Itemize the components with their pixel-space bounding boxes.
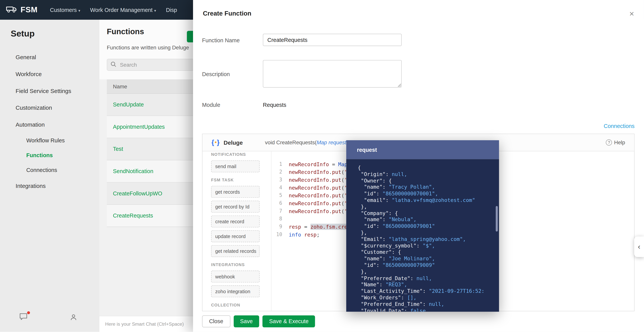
table-header: Name xyxy=(107,79,193,94)
tooltip-json: { "Origin": null, "Owner": { "name": "Tr… xyxy=(346,159,499,312)
function-link-test[interactable]: Test xyxy=(113,146,123,152)
line-number: 1 xyxy=(272,160,282,168)
json-line: "name": "Tracy Pollan", xyxy=(358,184,499,191)
palette-heading-notifications: NOTIFICATIONS xyxy=(211,152,271,157)
function-link-createrequests[interactable]: CreateRequests xyxy=(113,213,153,219)
connections-link[interactable]: Connections xyxy=(604,123,634,129)
nav-item-customers[interactable]: Customers▾ xyxy=(50,7,80,13)
json-line: }, xyxy=(358,268,499,275)
line-number: 5 xyxy=(272,192,282,200)
line-number: 6 xyxy=(272,200,282,207)
sidebar-item-general[interactable]: General xyxy=(0,49,100,66)
functions-title: Functions xyxy=(107,27,144,36)
line-number: 9 xyxy=(272,223,282,231)
json-line: "Preferred_Date": null, xyxy=(358,275,499,281)
chevron-left-icon: ‹ xyxy=(638,242,640,251)
save-button[interactable]: Save xyxy=(234,315,259,327)
brand-name: FSM xyxy=(20,5,38,15)
json-line: "id": "865000000079001" xyxy=(358,223,499,229)
palette-item-zoho-integration[interactable]: zoho integration xyxy=(211,285,260,297)
setup-title: Setup xyxy=(11,29,100,39)
json-line: "Work_Orders": [], xyxy=(358,294,499,301)
palette-item-create-record[interactable]: create record xyxy=(211,216,260,228)
smart-chat-icon[interactable] xyxy=(19,312,28,322)
palette-item-get-record-by-id[interactable]: get record by Id xyxy=(211,201,260,213)
close-icon[interactable]: × xyxy=(630,10,634,18)
sidebar-item-workforce[interactable]: Workforce xyxy=(0,65,100,82)
save-execute-button[interactable]: Save & Execute xyxy=(262,315,315,327)
table-row[interactable]: SendNotification xyxy=(107,160,193,183)
json-line: "Preferred_End_Time": null, xyxy=(358,301,499,307)
function-name-label: Function Name xyxy=(202,38,240,44)
json-line: { xyxy=(358,164,499,171)
palette-item-get-related-records[interactable]: get related records xyxy=(211,245,260,257)
tooltip-scrollbar[interactable] xyxy=(496,206,498,232)
tooltip-header[interactable]: request xyxy=(346,140,499,159)
table-row[interactable]: Test xyxy=(107,138,193,160)
function-link-createfollowupwo[interactable]: CreateFollowUpWO xyxy=(113,190,162,197)
chevron-down-icon: ▾ xyxy=(78,9,80,13)
app: FSM Customers▾Work Order Management▾Disp… xyxy=(0,0,644,332)
deluge-brand: Deluge xyxy=(224,139,243,146)
sidebar-item-connections[interactable]: Connections xyxy=(0,162,100,177)
help-link[interactable]: ? Help xyxy=(606,139,625,146)
question-icon: ? xyxy=(606,139,612,146)
table-row[interactable]: CreateRequests xyxy=(107,205,193,227)
sidebar-item-integrations[interactable]: Integrations xyxy=(0,177,100,194)
table-row[interactable]: CreateFollowUpWO xyxy=(107,183,193,205)
json-line: "id": "865000000070001", xyxy=(358,190,499,197)
table-row[interactable]: AppointmentUpdates xyxy=(107,116,193,138)
modal-title: Create Function xyxy=(203,10,252,17)
description-label: Description xyxy=(202,71,230,77)
palette-heading-fsm-task: FSM TASK xyxy=(211,178,271,182)
function-link-sendupdate[interactable]: SendUpdate xyxy=(113,102,144,108)
search-box[interactable] xyxy=(107,59,194,71)
close-button[interactable]: Close xyxy=(202,315,230,327)
module-value: Requests xyxy=(263,102,286,108)
palette-heading-collection: COLLECTION xyxy=(211,303,271,307)
palette-item-webhook[interactable]: webhook xyxy=(211,270,260,282)
sidebar-item-customization[interactable]: Customization xyxy=(0,99,100,116)
function-link-appointmentupdates[interactable]: AppointmentUpdates xyxy=(113,124,165,130)
line-number: 10 xyxy=(272,231,282,239)
palette-item-get-records[interactable]: get records xyxy=(211,186,260,198)
functions-table-body: SendUpdateAppointmentUpdatesTestSendNoti… xyxy=(107,94,193,227)
contacts-icon[interactable] xyxy=(70,314,78,322)
collapse-panel-handle[interactable]: ‹ xyxy=(634,237,644,257)
palette-heading-integrations: INTEGRATIONS xyxy=(211,262,271,267)
sidebar-item-automation[interactable]: Automation xyxy=(0,116,100,133)
brand[interactable]: FSM xyxy=(0,5,38,15)
functions-subtitle: Functions are written using Deluge xyxy=(107,44,192,51)
search-icon xyxy=(110,61,116,69)
request-tooltip: request { "Origin": null, "Owner": { "na… xyxy=(346,140,499,312)
functions-panel: Functions Functions are written using De… xyxy=(100,20,193,332)
json-line: }, xyxy=(358,204,499,210)
sidebar-item-functions[interactable]: Functions xyxy=(0,147,100,162)
navbar-menu: Customers▾Work Order Management▾Disp xyxy=(50,7,177,13)
statusbar: Here is your Smart Chat (Ctrl+Space) xyxy=(100,316,193,332)
json-line: "Last_Activity_Time": "2021-09-27T16:52: xyxy=(358,288,499,294)
sidebar-item-field-service-settings[interactable]: Field Service Settings xyxy=(0,82,100,99)
nav-item-disp[interactable]: Disp xyxy=(166,7,177,13)
setup-sidebar: Setup GeneralWorkforceField Service Sett… xyxy=(0,20,100,332)
json-line: "Customer": { xyxy=(358,249,499,256)
line-number: 8 xyxy=(272,215,282,223)
json-line: "Company": { xyxy=(358,210,499,217)
palette-item-send-mail[interactable]: send mail xyxy=(211,160,260,172)
palette-item-update-record[interactable]: update record xyxy=(211,230,260,242)
line-number: 4 xyxy=(272,184,282,192)
nav-item-work-order-management[interactable]: Work Order Management▾ xyxy=(90,7,156,13)
json-line: "Email": "latha_spring@yahoo.com", xyxy=(358,236,499,242)
modal-header: Create Function × xyxy=(193,0,644,27)
table-row[interactable]: SendUpdate xyxy=(107,94,193,116)
fsm-logo-icon xyxy=(6,5,17,15)
palette: NOTIFICATIONSsend mailFSM TASKget record… xyxy=(202,151,272,311)
search-input[interactable] xyxy=(119,61,190,68)
sidebar-item-workflow-rules[interactable]: Workflow Rules xyxy=(0,133,100,147)
json-line: "Origin": null, xyxy=(358,171,499,178)
json-line: "$currency_symbol": "$", xyxy=(358,242,499,249)
function-name-input[interactable] xyxy=(263,34,402,46)
function-link-sendnotification[interactable]: SendNotification xyxy=(113,168,153,174)
signature-params: Map request xyxy=(317,139,346,146)
description-textarea[interactable] xyxy=(263,60,402,87)
